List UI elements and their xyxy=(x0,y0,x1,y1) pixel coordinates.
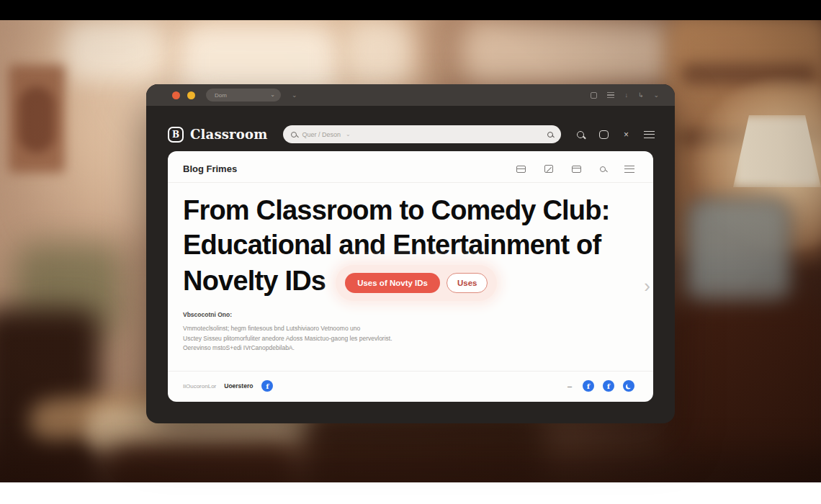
tag-badge-primary[interactable]: Uses of Novty IDs xyxy=(345,273,440,294)
card-title: Blog Frimes xyxy=(183,163,237,174)
share-icon[interactable]: ↳ xyxy=(638,91,644,99)
chevron-down-icon: ⌄ xyxy=(270,92,275,98)
layout-rows-icon[interactable] xyxy=(516,166,526,173)
chevron-down-icon[interactable]: ⌄ xyxy=(653,91,659,99)
window-icon[interactable] xyxy=(599,130,609,139)
browser-card-icon[interactable] xyxy=(572,166,581,173)
footer-meta-text: IiOucoronLor xyxy=(183,383,216,390)
tag-badge-secondary[interactable]: Uses xyxy=(447,273,488,293)
brand-logo-icon: B xyxy=(168,127,184,143)
address-search-bar[interactable]: Quer / Deson ⌄ xyxy=(283,125,561,143)
titlebar-icon-group: ↓ ↳ ⌄ xyxy=(591,91,659,99)
dash-separator: – xyxy=(567,382,572,390)
tab-selector-label: Dom xyxy=(215,92,270,99)
next-chevron-icon[interactable]: › xyxy=(644,275,650,297)
article-excerpt: Vbscocotni Ono: Vmmoteclsolinst; hegm fi… xyxy=(168,311,653,354)
brand-initial: B xyxy=(172,130,179,140)
tag-badge-group: Uses of Novty IDs Uses xyxy=(336,265,497,302)
hamburger-menu-icon[interactable] xyxy=(624,166,634,173)
window-icon[interactable] xyxy=(591,92,597,99)
close-icon[interactable]: × xyxy=(624,130,629,139)
download-icon[interactable]: ↓ xyxy=(624,91,628,99)
search-placeholder: Quer / Deson xyxy=(302,131,341,138)
facebook-glyph: f xyxy=(587,382,590,390)
excerpt-line: Vmmoteclsolinst; hegm fintesous bnd Luts… xyxy=(183,324,638,334)
article-card: Blog Frimes From Classroom to Comedy Clu… xyxy=(168,151,653,402)
footer-author-name[interactable]: Uoerstero xyxy=(224,382,253,390)
chevron-down-icon[interactable]: ⌄ xyxy=(292,91,297,99)
chevron-down-icon: ⌄ xyxy=(346,131,351,138)
brand-name: Classroom xyxy=(190,127,267,142)
traffic-light-close[interactable] xyxy=(172,91,180,99)
share-icon-group: – f f xyxy=(567,380,634,392)
facebook-glyph: f xyxy=(607,382,610,390)
brand-logo[interactable]: B Classroom xyxy=(168,127,267,143)
facebook-icon[interactable]: f xyxy=(261,380,273,392)
search-icon[interactable] xyxy=(577,131,584,138)
edit-icon[interactable] xyxy=(544,165,553,173)
headline-line: From Classroom to Comedy Club: xyxy=(183,193,638,228)
toolbar-icon-group: × xyxy=(577,130,655,139)
menu-lines-icon[interactable] xyxy=(607,92,614,98)
article-headline: From Classroom to Comedy Club: Education… xyxy=(183,193,638,299)
card-header-icon-group xyxy=(516,165,634,173)
card-footer: IiOucoronLor Uoerstero f – f f xyxy=(168,371,653,402)
twitter-glyph xyxy=(627,383,632,388)
facebook-glyph: f xyxy=(266,382,269,390)
traffic-light-minimize[interactable] xyxy=(187,91,195,99)
excerpt-line: Usctey Sisseu plitomorfuliter anedore Ad… xyxy=(183,334,638,344)
screenshot-canvas: Dom ⌄ ⌄ ↓ ↳ ⌄ B Classroom Quer / Deson xyxy=(0,0,821,504)
headline-line: Educational and Entertainment of xyxy=(183,228,638,262)
search-icon[interactable] xyxy=(547,132,553,138)
card-header: Blog Frimes xyxy=(168,151,653,183)
letterbox-top xyxy=(0,0,821,20)
tab-selector-dropdown[interactable]: Dom ⌄ xyxy=(206,89,281,102)
search-icon[interactable] xyxy=(600,166,606,172)
headline-line: Novelty IDs Uses of Novty IDs Uses xyxy=(183,263,638,300)
search-icon xyxy=(291,132,297,138)
browser-window: Dom ⌄ ⌄ ↓ ↳ ⌄ B Classroom Quer / Deson xyxy=(146,84,675,423)
headline-line-text: Novelty IDs xyxy=(183,264,326,298)
excerpt-line: Oerevinso mstoS+edi IVrCanopdebilabA. xyxy=(183,343,638,354)
browser-toolbar: B Classroom Quer / Deson ⌄ × xyxy=(146,106,675,151)
facebook-icon[interactable]: f xyxy=(603,380,614,392)
hamburger-menu-icon[interactable] xyxy=(644,131,655,138)
window-titlebar: Dom ⌄ ⌄ ↓ ↳ ⌄ xyxy=(146,84,675,106)
excerpt-heading: Vbscocotni Ono: xyxy=(183,311,638,318)
twitter-icon[interactable] xyxy=(623,380,634,392)
facebook-icon[interactable]: f xyxy=(583,380,594,392)
